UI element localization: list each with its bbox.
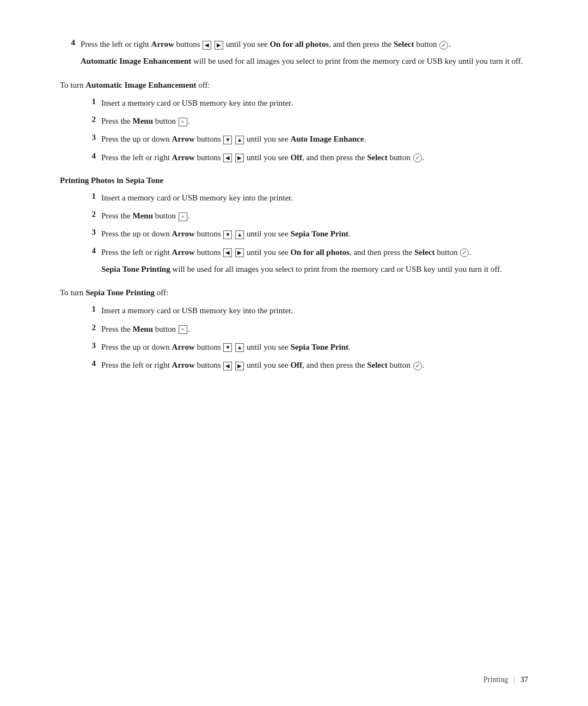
arrow-left-icon: ◀ bbox=[223, 362, 232, 370]
menu-icon: ≡ bbox=[179, 118, 187, 126]
step-content: Press the Menu button ≡. bbox=[101, 323, 528, 336]
step-content: Press the left or right Arrow buttons ◀ … bbox=[101, 151, 528, 164]
select-icon: ✓ bbox=[460, 248, 469, 257]
step-text: Insert a memory card or USB memory key i… bbox=[101, 192, 528, 204]
step-text: Press the left or right Arrow buttons ◀ … bbox=[101, 151, 528, 164]
arrow-right-icon: ▶ bbox=[235, 248, 244, 257]
step-content: Insert a memory card or USB memory key i… bbox=[101, 305, 528, 317]
step-text: Press the Menu button ≡. bbox=[101, 210, 528, 222]
step-number: 4 bbox=[60, 38, 75, 47]
step-number: 4 bbox=[81, 151, 96, 161]
note-sepia-on: Sepia Tone Printing will be used for all… bbox=[101, 263, 528, 276]
arrow-right-icon: ▶ bbox=[235, 362, 244, 370]
step-number: 1 bbox=[81, 192, 96, 201]
arrow-left-icon: ◀ bbox=[223, 248, 232, 257]
step-number: 3 bbox=[81, 341, 96, 350]
step-2-auto-off: 2 Press the Menu button ≡. bbox=[81, 115, 528, 127]
select-icon: ✓ bbox=[413, 154, 422, 162]
arrow-down-icon: ▼ bbox=[223, 230, 232, 239]
step-text: Press the up or down Arrow buttons ▼ ▲ u… bbox=[101, 228, 528, 240]
step-1-sepia-off: 1 Insert a memory card or USB memory key… bbox=[81, 305, 528, 317]
menu-icon: ≡ bbox=[179, 212, 187, 221]
footer-page-number: 37 bbox=[520, 675, 528, 684]
arrow-down-icon: ▼ bbox=[223, 343, 232, 352]
step-4-auto-on: 4 Press the left or right Arrow buttons … bbox=[60, 38, 528, 74]
step-text: Press the left or right Arrow buttons ◀ … bbox=[101, 359, 528, 372]
auto-enhance-off-steps: 1 Insert a memory card or USB memory key… bbox=[81, 97, 528, 164]
arrow-up-icon: ▲ bbox=[235, 230, 244, 239]
step-2-sepia-off: 2 Press the Menu button ≡. bbox=[81, 323, 528, 336]
step-content: Press the left or right Arrow buttons ◀ … bbox=[101, 246, 528, 282]
step-3-sepia-on: 3 Press the up or down Arrow buttons ▼ ▲… bbox=[81, 228, 528, 240]
step-number: 1 bbox=[81, 97, 96, 106]
arrow-down-icon: ▼ bbox=[223, 136, 232, 144]
step-number: 2 bbox=[81, 115, 96, 124]
sepia-section-heading: Printing Photos in Sepia Tone bbox=[60, 176, 528, 185]
step-4-sepia-on: 4 Press the left or right Arrow buttons … bbox=[81, 246, 528, 282]
arrow-left-icon: ◀ bbox=[223, 154, 232, 162]
step-text: Insert a memory card or USB memory key i… bbox=[101, 97, 528, 109]
arrow-up-icon: ▲ bbox=[235, 343, 244, 352]
step-text: Insert a memory card or USB memory key i… bbox=[101, 305, 528, 317]
step-3-auto-off: 3 Press the up or down Arrow buttons ▼ ▲… bbox=[81, 133, 528, 145]
sepia-on-steps: 1 Insert a memory card or USB memory key… bbox=[81, 192, 528, 281]
arrow-right-icon: ▶ bbox=[215, 41, 223, 50]
auto-enhance-off-intro: To turn Automatic Image Enhancement off: bbox=[60, 79, 528, 92]
arrow-up-icon: ▲ bbox=[235, 136, 244, 144]
sepia-off-steps: 1 Insert a memory card or USB memory key… bbox=[81, 305, 528, 372]
step-text: Press the up or down Arrow buttons ▼ ▲ u… bbox=[101, 133, 528, 145]
step-4-auto-off: 4 Press the left or right Arrow buttons … bbox=[81, 151, 528, 164]
footer-section-label: Printing bbox=[483, 675, 508, 684]
step-content: Press the up or down Arrow buttons ▼ ▲ u… bbox=[101, 228, 528, 240]
step-number: 2 bbox=[81, 210, 96, 219]
step-text: Press the left or right Arrow buttons ◀ … bbox=[101, 246, 528, 259]
step-text: Press the Menu button ≡. bbox=[101, 115, 528, 127]
menu-icon: ≡ bbox=[179, 325, 187, 334]
arrow-left-icon: ◀ bbox=[203, 41, 211, 50]
step-1-sepia-on: 1 Insert a memory card or USB memory key… bbox=[81, 192, 528, 204]
arrow-right-icon: ▶ bbox=[235, 154, 244, 162]
step-text: Press the Menu button ≡. bbox=[101, 323, 528, 336]
footer-divider: | bbox=[513, 675, 515, 684]
step-number: 2 bbox=[81, 323, 96, 332]
step-number: 4 bbox=[81, 246, 96, 255]
step-1-auto-off: 1 Insert a memory card or USB memory key… bbox=[81, 97, 528, 109]
step-content: Insert a memory card or USB memory key i… bbox=[101, 97, 528, 109]
note-auto-enhance-on: Automatic Image Enhancement will be used… bbox=[81, 55, 528, 68]
step-content: Press the Menu button ≡. bbox=[101, 115, 528, 127]
step-number: 1 bbox=[81, 305, 96, 314]
sepia-off-intro: To turn Sepia Tone Printing off: bbox=[60, 287, 528, 299]
step-number: 3 bbox=[81, 228, 96, 237]
select-icon: ✓ bbox=[413, 362, 422, 370]
step-text: Press the up or down Arrow buttons ▼ ▲ u… bbox=[101, 341, 528, 354]
step-content: Press the up or down Arrow buttons ▼ ▲ u… bbox=[101, 341, 528, 354]
step-3-sepia-off: 3 Press the up or down Arrow buttons ▼ ▲… bbox=[81, 341, 528, 354]
step-content: Press the left or right Arrow buttons ◀ … bbox=[81, 38, 528, 74]
step-number: 4 bbox=[81, 359, 96, 368]
step-text: Press the left or right Arrow buttons ◀ … bbox=[81, 38, 528, 51]
step-content: Press the Menu button ≡. bbox=[101, 210, 528, 222]
page: 4 Press the left or right Arrow buttons … bbox=[0, 0, 588, 706]
step-content: Press the left or right Arrow buttons ◀ … bbox=[101, 359, 528, 372]
step-content: Press the up or down Arrow buttons ▼ ▲ u… bbox=[101, 133, 528, 145]
step-content: Insert a memory card or USB memory key i… bbox=[101, 192, 528, 204]
select-icon: ✓ bbox=[439, 41, 448, 50]
step-number: 3 bbox=[81, 133, 96, 142]
step-4-sepia-off: 4 Press the left or right Arrow buttons … bbox=[81, 359, 528, 372]
footer: Printing | 37 bbox=[483, 675, 528, 684]
step-2-sepia-on: 2 Press the Menu button ≡. bbox=[81, 210, 528, 222]
